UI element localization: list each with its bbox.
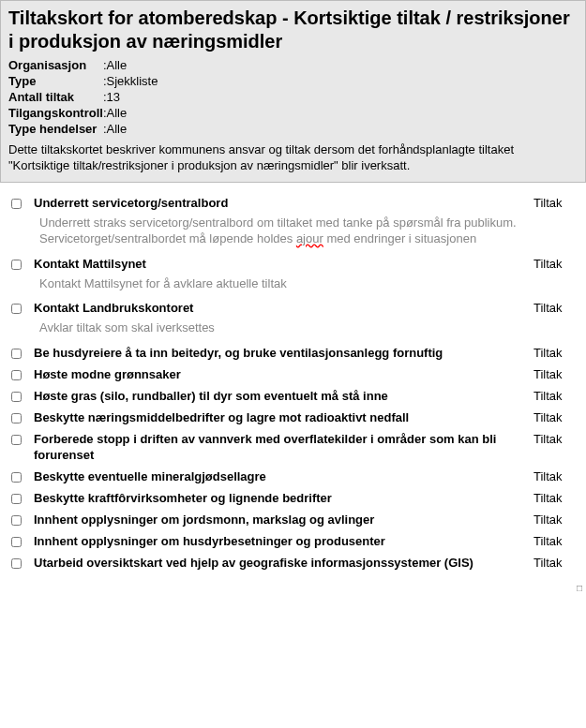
- item-checkbox[interactable]: [11, 370, 22, 380]
- meta-row: Antall tiltak:13: [8, 89, 158, 105]
- list-item: Kontakt MattilsynetTiltak: [6, 253, 580, 275]
- item-checkbox[interactable]: [11, 413, 22, 423]
- item-description: Kontakt Mattilsynet for å avklare aktuel…: [6, 275, 531, 298]
- meta-row: Organisasjon:Alle: [8, 57, 158, 73]
- item-type: Tiltak: [533, 556, 580, 570]
- list-item: Beskytte kraftfôrvirksomheter og lignend…: [6, 487, 580, 509]
- items-list: Underrett servicetorg/sentralbordTiltakU…: [0, 183, 586, 583]
- item-title: Innhent opplysninger om jordsmonn, marks…: [34, 513, 533, 528]
- item-title: Kontakt Mattilsynet: [34, 257, 533, 273]
- checkbox-cell: [6, 534, 34, 550]
- list-item: Beskytte næringsmiddelbedrifter og lagre…: [6, 407, 580, 428]
- item-type: Tiltak: [533, 534, 580, 548]
- item-checkbox[interactable]: [11, 392, 22, 402]
- item-type: Tiltak: [533, 491, 580, 505]
- meta-table: Organisasjon:AlleType:SjekklisteAntall t…: [8, 57, 158, 137]
- item-type: Tiltak: [533, 389, 580, 403]
- item-title: Utarbeid oversiktskart ved hjelp av geog…: [34, 556, 533, 572]
- list-item: Be husdyreiere å ta inn beitedyr, og bru…: [6, 342, 580, 364]
- item-title: Be husdyreiere å ta inn beitedyr, og bru…: [34, 346, 533, 362]
- item-type: Tiltak: [533, 410, 580, 424]
- meta-row: Tilgangskontroll:Alle: [8, 105, 158, 121]
- list-item: Forberede stopp i driften av vannverk me…: [6, 428, 580, 466]
- item-title: Kontakt Landbrukskontoret: [34, 301, 533, 317]
- meta-label: Organisasjon: [8, 57, 103, 73]
- item-title: Beskytte næringsmiddelbedrifter og lagre…: [34, 410, 533, 426]
- checkbox-cell: [6, 196, 34, 212]
- item-checkbox[interactable]: [11, 349, 22, 359]
- item-type: Tiltak: [533, 367, 580, 381]
- item-type: Tiltak: [533, 346, 580, 360]
- checkbox-cell: [6, 513, 34, 528]
- list-item: Høste modne grønnsakerTiltak: [6, 364, 580, 385]
- checkbox-cell: [6, 556, 34, 572]
- item-checkbox[interactable]: [11, 260, 22, 270]
- item-type: Tiltak: [533, 257, 580, 271]
- meta-value: 13: [107, 89, 158, 105]
- item-checkbox[interactable]: [11, 199, 22, 209]
- item-type: Tiltak: [533, 196, 580, 210]
- item-type: Tiltak: [533, 513, 580, 527]
- item-title: Beskytte kraftfôrvirksomheter og lignend…: [34, 491, 533, 507]
- item-title: Beskytte eventuelle mineralgjødsellagre: [34, 469, 533, 485]
- list-item: Høste gras (silo, rundballer) til dyr so…: [6, 385, 580, 407]
- item-checkbox[interactable]: [11, 472, 22, 483]
- checkbox-cell: [6, 257, 34, 273]
- spellcheck-word: ajour: [296, 231, 323, 245]
- meta-value: Sjekkliste: [107, 73, 158, 89]
- checkbox-cell: [6, 301, 34, 317]
- item-title: Underrett servicetorg/sentralbord: [34, 196, 533, 212]
- item-type: Tiltak: [533, 469, 580, 483]
- item-description: Avklar tiltak som skal iverksettes: [6, 319, 531, 342]
- item-type: Tiltak: [533, 432, 580, 446]
- checkbox-cell: [6, 367, 34, 383]
- checkbox-cell: [6, 389, 34, 405]
- meta-label: Antall tiltak: [8, 89, 103, 105]
- list-item: Innhent opplysninger om jordsmonn, marks…: [6, 509, 580, 530]
- meta-row: Type hendelser:Alle: [8, 121, 158, 137]
- footer-marker: □: [0, 583, 586, 593]
- page-title: Tiltakskort for atomberedskap - Kortsikt…: [8, 7, 578, 53]
- header-description: Dette tiltakskortet beskriver kommunens …: [8, 142, 578, 174]
- item-title: Forberede stopp i driften av vannverk me…: [34, 432, 533, 464]
- list-item: Beskytte eventuelle mineralgjødsellagreT…: [6, 466, 580, 487]
- list-item: Underrett servicetorg/sentralbordTiltak: [6, 192, 580, 214]
- checkbox-cell: [6, 491, 34, 507]
- item-checkbox[interactable]: [11, 435, 22, 445]
- meta-value: Alle: [107, 105, 158, 121]
- item-checkbox[interactable]: [11, 494, 22, 504]
- checkbox-cell: [6, 469, 34, 485]
- item-checkbox[interactable]: [11, 515, 22, 526]
- item-type: Tiltak: [533, 301, 580, 315]
- item-title: Høste modne grønnsaker: [34, 367, 533, 383]
- item-checkbox[interactable]: [11, 304, 22, 314]
- list-item: Utarbeid oversiktskart ved hjelp av geog…: [6, 552, 580, 573]
- header-box: Tiltakskort for atomberedskap - Kortsikt…: [0, 0, 586, 183]
- list-item: Innhent opplysninger om husdyrbesetninge…: [6, 530, 580, 552]
- meta-label: Type hendelser: [8, 121, 103, 137]
- item-title: Innhent opplysninger om husdyrbesetninge…: [34, 534, 533, 550]
- item-checkbox[interactable]: [11, 537, 22, 547]
- list-item: Kontakt LandbrukskontoretTiltak: [6, 297, 580, 319]
- checkbox-cell: [6, 432, 34, 448]
- item-title: Høste gras (silo, rundballer) til dyr so…: [34, 389, 533, 405]
- item-checkbox[interactable]: [11, 558, 22, 569]
- meta-value: Alle: [107, 57, 158, 73]
- checkbox-cell: [6, 410, 34, 426]
- meta-row: Type:Sjekkliste: [8, 73, 158, 89]
- item-description: Underrett straks servicetorg/sentralbord…: [6, 214, 531, 253]
- meta-label: Tilgangskontroll: [8, 105, 103, 121]
- checkbox-cell: [6, 346, 34, 362]
- meta-value: Alle: [107, 121, 158, 137]
- meta-label: Type: [8, 73, 103, 89]
